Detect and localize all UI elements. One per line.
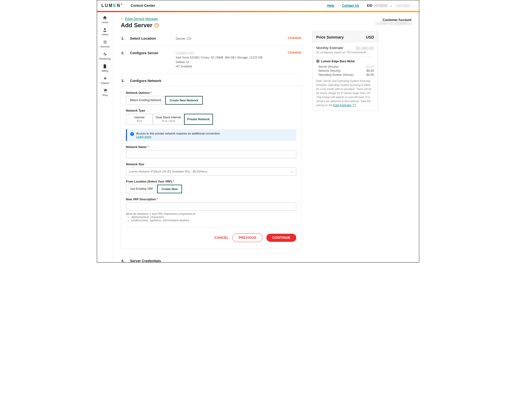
eid-dropdown[interactable]: EID 18743626 ⌄ xyxy=(367,4,392,8)
breadcrumb-link[interactable]: Edge Service Manager xyxy=(125,17,158,21)
create-new-vrf[interactable]: Create New xyxy=(157,185,182,193)
chevron-left-icon: < xyxy=(121,17,123,21)
product-name: ✓ Lumen Edge Bare Metal xyxy=(316,60,374,63)
network-name-label: Network Name * xyxy=(126,145,296,149)
chevron-down-icon: ⌄ xyxy=(291,170,293,173)
network-type-label: Network Type xyxy=(126,109,296,112)
chevron-down-icon: ⌄ xyxy=(390,4,392,7)
edge-estimator-link[interactable]: Edge Estimator xyxy=(333,104,352,107)
network-type-dual[interactable]: Dual Stack InternetIPv4 / IPv6 xyxy=(153,114,184,125)
step-configure-network: 3. Configure Network Network Options * A… xyxy=(121,74,301,254)
private-network-info: i Access to this private network require… xyxy=(126,129,296,141)
side-nav: Home Admin Services Monitoring Billing S… xyxy=(97,12,113,262)
previous-button[interactable]: PREVIOUS xyxy=(232,233,263,242)
nav-admin[interactable]: Admin xyxy=(102,27,109,36)
help-icon[interactable]: ? xyxy=(154,23,159,27)
app-name: Control Center xyxy=(131,4,155,8)
create-new-network[interactable]: Create New Network xyxy=(165,96,202,105)
use-existing-vrf[interactable]: Use Existing VRF xyxy=(126,185,157,193)
line-item: Operating System (Hourly)$0.00 xyxy=(318,73,374,76)
network-size-select[interactable]: Lumen Network IP Block /26 (62 Available… xyxy=(126,167,296,175)
chevron-down-icon: ⌄ xyxy=(412,4,415,7)
network-options-label: Network Options * xyxy=(126,91,296,94)
line-item: Server (Hourly)$1.15 xyxy=(318,65,374,68)
vrf-from-label: From Location (Select Your VRF) * xyxy=(126,180,296,183)
nav-services[interactable]: Services xyxy=(100,40,110,48)
change-server-button[interactable]: CHANGE xyxy=(288,51,301,69)
network-size-label: Network Size xyxy=(126,163,296,166)
user-dropdown[interactable]: username ⌄ xyxy=(396,4,415,8)
step-actions: CANCEL PREVIOUS CONTINUE xyxy=(126,227,296,244)
page-title: Add Server ? xyxy=(121,22,411,29)
network-type-toggle: InternetIPv4 Dual Stack InternetIPv4 / I… xyxy=(126,114,296,125)
network-type-private[interactable]: Private Network xyxy=(184,114,213,125)
line-item: Network (Hourly)$0.00 xyxy=(318,69,374,72)
invoice-icon xyxy=(102,64,107,69)
network-options-toggle: Attach Existing Network Create New Netwo… xyxy=(126,96,296,105)
nav-home[interactable]: Home xyxy=(102,15,108,24)
network-type-internet[interactable]: InternetIPv4 xyxy=(126,114,153,125)
step-configure-server: 2. Configure Server Headline Text Intel … xyxy=(121,46,301,74)
nav-monitoring[interactable]: Monitoring xyxy=(99,52,111,60)
price-currency: USD xyxy=(366,35,374,39)
svg-point-0 xyxy=(104,28,106,30)
nav-support[interactable]: Support xyxy=(101,76,109,84)
continue-button[interactable]: CONTINUE xyxy=(266,234,296,242)
divider xyxy=(338,3,338,8)
change-location-button[interactable]: CHANGE xyxy=(288,36,301,41)
list-icon xyxy=(102,40,107,44)
monthly-estimate-value: $1,060.00 xyxy=(356,46,374,50)
home-icon xyxy=(102,15,107,20)
user-icon xyxy=(102,27,107,32)
step-server-credentials: 4. Server Credentials xyxy=(121,254,301,262)
logo: LUMEN® xyxy=(101,3,123,8)
pulse-icon xyxy=(103,52,108,57)
top-bar: LUMEN® Control Center Help Contact Us EI… xyxy=(97,0,419,11)
check-icon: ✓ xyxy=(316,60,319,63)
price-note: Note: Server and Operating System licens… xyxy=(316,79,374,107)
vrf-description-hint: Must be between 1 and 255 characters com… xyxy=(126,212,296,222)
breadcrumb: < Edge Service Manager xyxy=(121,17,411,21)
learn-more-link[interactable]: Learn more xyxy=(136,135,151,138)
step-select-location: 1. Select Location Denver, CO CHANGE xyxy=(121,32,301,46)
price-title: Price Summary xyxy=(316,35,344,39)
vrf-description-label: New VRF Description * xyxy=(126,198,296,201)
price-summary: Price Summary USD Monthly Estimate $1,06… xyxy=(312,32,378,111)
nav-shop[interactable]: Shop xyxy=(102,88,108,97)
contact-link[interactable]: Contact Us xyxy=(342,4,359,8)
monthly-estimate-label: Monthly Estimate xyxy=(316,46,343,50)
cart-icon xyxy=(103,88,108,93)
vrf-toggle: Use Existing VRF Create New xyxy=(126,185,296,193)
network-name-input[interactable] xyxy=(126,150,296,158)
external-link-icon xyxy=(353,104,356,107)
vrf-description-input[interactable] xyxy=(126,202,296,211)
monthly-note: As configured, based on 720 hours/month xyxy=(316,51,374,54)
cancel-button[interactable]: CANCEL xyxy=(214,236,229,240)
attach-existing-network[interactable]: Attach Existing Network xyxy=(126,96,165,105)
info-icon: i xyxy=(130,132,134,136)
help-link[interactable]: Help xyxy=(327,4,334,8)
gear-icon xyxy=(103,76,108,81)
customer-account: Customer Account S-LPFBCTDI (16GBPKCC) xyxy=(376,18,411,25)
divider xyxy=(363,3,363,8)
nav-billing[interactable]: Billing xyxy=(102,64,108,72)
